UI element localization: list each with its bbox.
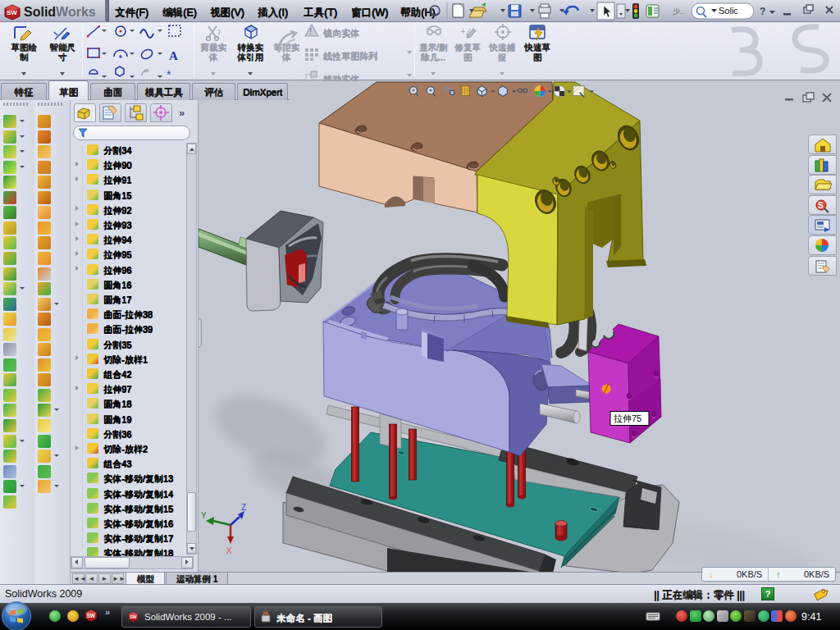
svg-text:A: A xyxy=(169,49,178,62)
svg-text:Solic: Solic xyxy=(719,6,738,16)
svg-text:拉伸75: 拉伸75 xyxy=(614,413,641,423)
svg-text:少..: 少.. xyxy=(673,7,684,16)
svg-text:Y: Y xyxy=(201,511,207,520)
svg-text:!: ! xyxy=(309,27,312,36)
svg-text:SW: SW xyxy=(130,614,138,619)
svg-text:X: X xyxy=(226,546,232,555)
svg-text:SolidWorks: SolidWorks xyxy=(24,5,96,19)
svg-text:Z: Z xyxy=(241,503,246,512)
svg-text:?: ? xyxy=(760,6,765,17)
svg-text:S: S xyxy=(818,201,824,210)
svg-text:*: * xyxy=(167,68,171,80)
svg-text:SW: SW xyxy=(7,9,17,16)
svg-text:SW: SW xyxy=(87,613,96,619)
